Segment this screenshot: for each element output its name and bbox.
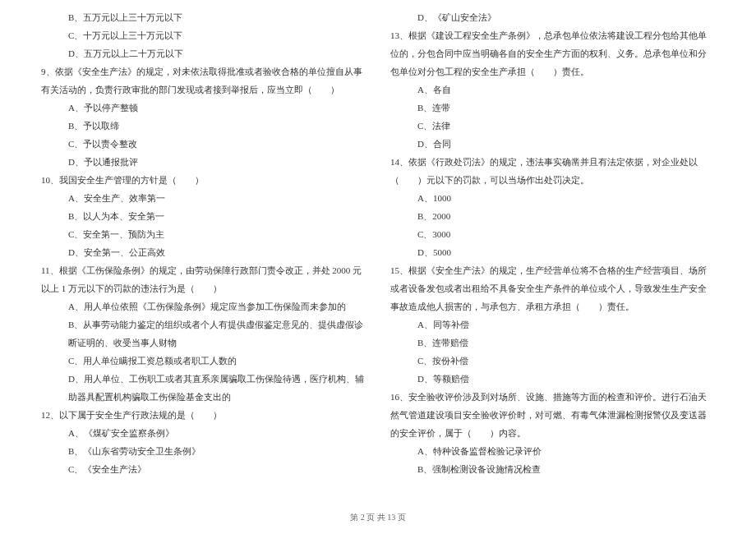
answer-option: B、以人为本、安全第一 (41, 207, 366, 225)
question-text: 15、根据《安全生产法》的规定，生产经营单位将不合格的生产经营项目、场所或者设备… (390, 261, 715, 315)
answer-option: B、连带赔偿 (390, 334, 715, 352)
answer-option: D、《矿山安全法》 (390, 8, 715, 26)
answer-option: A、予以停产整顿 (41, 99, 366, 117)
answer-option: B、连带 (390, 99, 715, 117)
answer-option: A、各自 (390, 81, 715, 99)
question-text: 16、安全验收评价涉及到对场所、设施、措施等方面的检查和评价。进行石油天然气管道… (390, 388, 715, 442)
answer-option: C、按份补偿 (390, 352, 715, 370)
answer-option: A、安全生产、效率第一 (41, 189, 366, 207)
right-column: D、《矿山安全法》13、根据《建设工程安全生产条例》，总承包单位依法将建设工程分… (390, 8, 715, 478)
answer-option: B、强制检测设备设施情况检查 (390, 460, 715, 478)
answer-option: D、五万元以上二十万元以下 (41, 44, 366, 62)
answer-option: B、从事劳动能力鉴定的组织或者个人有提供虚假鉴定意见的、提供虚假诊断证明的、收受… (41, 315, 366, 352)
answer-option: A、《煤矿安全监察条例》 (41, 424, 366, 442)
question-text: 9、依据《安全生产法》的规定，对未依法取得批准或者验收合格的单位擅自从事有关活动… (41, 62, 366, 99)
question-text: 10、我国安全生产管理的方针是（ ） (41, 171, 366, 189)
question-text: 13、根据《建设工程安全生产条例》，总承包单位依法将建设工程分包给其他单位的，分… (390, 26, 715, 81)
answer-option: B、五万元以上三十万元以下 (41, 8, 366, 26)
question-text: 12、以下属于安全生产行政法规的是（ ） (41, 406, 366, 424)
answer-option: C、3000 (390, 225, 715, 243)
left-column: B、五万元以上三十万元以下C、十万元以上三十万元以下D、五万元以上二十万元以下9… (41, 8, 366, 478)
answer-option: A、特种设备监督检验记录评价 (390, 442, 715, 460)
question-text: 14、依据《行政处罚法》的规定，违法事实确凿并且有法定依据，对企业处以（ ）元以… (390, 153, 715, 189)
answer-option: A、用人单位依照《工伤保险条例》规定应当参加工伤保险而未参加的 (41, 297, 366, 315)
answer-option: C、法律 (390, 117, 715, 135)
answer-option: A、同等补偿 (390, 315, 715, 334)
answer-option: B、予以取缔 (41, 117, 366, 135)
answer-option: B、2000 (390, 207, 715, 225)
answer-option: C、《安全生产法》 (41, 460, 366, 478)
page-footer: 第 2 页 共 13 页 (0, 509, 756, 526)
answer-option: C、安全第一、预防为主 (41, 225, 366, 243)
answer-option: C、用人单位瞒报工资总额或者职工人数的 (41, 352, 366, 370)
answer-option: D、安全第一、公正高效 (41, 243, 366, 261)
answer-option: D、5000 (390, 243, 715, 261)
answer-option: B、《山东省劳动安全卫生条例》 (41, 442, 366, 460)
answer-option: A、1000 (390, 189, 715, 207)
answer-option: D、等额赔偿 (390, 370, 715, 388)
answer-option: D、用人单位、工伤职工或者其直系亲属骗取工伤保险待遇，医疗机构、辅助器具配置机构… (41, 370, 366, 406)
page-content: B、五万元以上三十万元以下C、十万元以上三十万元以下D、五万元以上二十万元以下9… (41, 8, 715, 478)
answer-option: D、合同 (390, 135, 715, 153)
answer-option: C、十万元以上三十万元以下 (41, 26, 366, 44)
answer-option: D、予以通报批评 (41, 153, 366, 171)
question-text: 11、根据《工伤保险条例》的规定，由劳动保障行政部门责令改正，并处 2000 元… (41, 261, 366, 297)
answer-option: C、予以责令整改 (41, 135, 366, 153)
